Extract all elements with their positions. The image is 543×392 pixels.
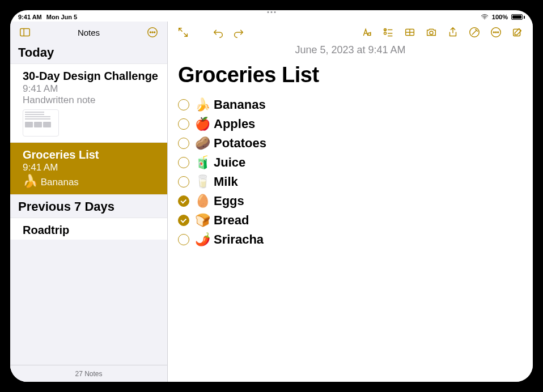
note-date: June 5, 2023 at 9:41 AM: [168, 43, 533, 59]
item-label: Milk: [214, 174, 238, 189]
sidebar-footer: 27 Notes: [10, 365, 167, 382]
note-item-roadtrip[interactable]: Roadtrip: [10, 218, 167, 240]
svg-point-9: [384, 32, 386, 35]
text-format-button[interactable]: [357, 24, 376, 41]
sidebar-toggle-button[interactable]: [17, 24, 33, 40]
item-emoji: 🧃: [195, 155, 210, 170]
markup-button[interactable]: [465, 24, 484, 41]
redo-button[interactable]: [229, 24, 248, 41]
item-emoji: 🍌: [195, 97, 210, 112]
item-label: Juice: [214, 155, 245, 170]
checklist-item[interactable]: 🥚Eggs: [178, 194, 523, 208]
svg-point-4: [150, 32, 151, 33]
camera-button[interactable]: [422, 24, 441, 41]
notes-app: Notes Today 30-Day Design Challenge 9:41…: [10, 22, 533, 382]
section-header-prev7: Previous 7 Days: [10, 194, 167, 218]
more-circle-icon: [490, 26, 502, 39]
checklist-item[interactable]: 🥔Potatoes: [178, 136, 523, 151]
note-editor: June 5, 2023 at 9:41 AM Groceries List 🍌…: [168, 22, 533, 382]
compose-button[interactable]: [508, 24, 527, 41]
section-header-today: Today: [10, 43, 167, 63]
checklist-button[interactable]: [379, 24, 398, 41]
check-circle[interactable]: [178, 99, 189, 110]
svg-point-18: [493, 32, 494, 33]
item-label: Sriracha: [214, 232, 264, 247]
editor-toolbar: [168, 22, 533, 43]
sidebar-toolbar: Notes: [10, 22, 167, 43]
checklist-item[interactable]: 🌶️Sriracha: [178, 232, 523, 247]
text-format-icon: [360, 26, 373, 39]
svg-point-5: [152, 32, 153, 33]
battery-icon: [511, 14, 525, 20]
share-icon: [447, 26, 459, 39]
expand-icon: [177, 26, 189, 39]
item-label: Bread: [214, 213, 249, 228]
screen: 9:41 AM Mon Jun 5 100% Notes: [10, 10, 533, 382]
svg-point-15: [430, 31, 433, 35]
editor-more-button[interactable]: [486, 24, 506, 41]
note-item-title: 30-Day Design Challenge: [23, 70, 159, 82]
ipad-device-frame: 9:41 AM Mon Jun 5 100% Notes: [0, 0, 543, 392]
item-emoji: 🌶️: [195, 232, 210, 247]
camera-icon: [425, 26, 438, 39]
table-button[interactable]: [400, 24, 419, 41]
checklist-item[interactable]: 🧃Juice: [178, 155, 523, 170]
item-label: Bananas: [214, 97, 266, 112]
multitasking-dots[interactable]: [268, 11, 276, 13]
checklist-item[interactable]: 🍎Apples: [178, 117, 523, 131]
expand-button[interactable]: [173, 24, 193, 41]
svg-point-19: [495, 32, 497, 33]
check-circle[interactable]: [178, 195, 189, 207]
checklist-icon: [382, 26, 394, 39]
check-circle[interactable]: [178, 157, 189, 168]
check-circle[interactable]: [178, 118, 189, 130]
item-label: Apples: [214, 117, 255, 131]
svg-rect-1: [20, 29, 30, 36]
note-title[interactable]: Groceries List: [168, 59, 533, 97]
check-circle[interactable]: [178, 176, 189, 188]
checklist-item[interactable]: 🥛Milk: [178, 174, 523, 189]
check-circle[interactable]: [178, 234, 189, 245]
note-item-title: Groceries List: [23, 148, 159, 161]
item-label: Potatoes: [214, 136, 266, 151]
note-item-title: Roadtrip: [23, 224, 159, 236]
undo-button[interactable]: [209, 24, 228, 41]
markup-icon: [468, 26, 481, 39]
note-item-design-challenge[interactable]: 30-Day Design Challenge 9:41 AM Handwrit…: [10, 63, 167, 142]
notes-sidebar: Notes Today 30-Day Design Challenge 9:41…: [10, 22, 168, 382]
undo-icon: [212, 26, 224, 39]
note-item-time: 9:41 AM: [23, 162, 159, 173]
note-item-snippet: 🍌 Bananas: [23, 174, 159, 189]
battery-percent: 100%: [492, 14, 508, 20]
redo-icon: [232, 26, 245, 39]
note-item-snippet: Handwritten note: [23, 95, 159, 106]
check-circle[interactable]: [178, 215, 189, 226]
item-emoji: 🥔: [195, 136, 210, 151]
share-button[interactable]: [443, 24, 463, 41]
item-emoji: 🍎: [195, 117, 210, 131]
note-item-groceries[interactable]: Groceries List 9:41 AM 🍌 Bananas: [10, 142, 167, 194]
note-item-time: 9:41 AM: [23, 83, 159, 95]
table-icon: [404, 26, 416, 39]
more-circle-icon: [146, 26, 159, 39]
item-emoji: 🍞: [195, 213, 210, 228]
status-bar: 9:41 AM Mon Jun 5 100%: [10, 10, 533, 22]
item-label: Eggs: [214, 194, 244, 208]
item-emoji: 🥚: [195, 194, 210, 208]
checklist-item[interactable]: 🍌Bananas: [178, 97, 523, 112]
sidebar-toggle-icon: [19, 26, 31, 39]
sidebar-more-button[interactable]: [145, 24, 160, 40]
checklist[interactable]: 🍌Bananas 🍎Apples 🥔Potatoes 🧃Juice: [168, 97, 533, 247]
sidebar-title: Notes: [78, 28, 100, 37]
compose-icon: [511, 26, 524, 39]
svg-point-6: [154, 32, 155, 33]
wifi-icon: [481, 14, 489, 20]
svg-point-0: [484, 18, 485, 19]
checklist-item[interactable]: 🍞Bread: [178, 213, 523, 228]
check-circle[interactable]: [178, 138, 189, 149]
status-time: 9:41 AM: [18, 14, 42, 20]
note-thumbnail: [23, 109, 59, 137]
status-date: Mon Jun 5: [46, 14, 77, 20]
svg-point-20: [498, 32, 499, 33]
notes-list[interactable]: Today 30-Day Design Challenge 9:41 AM Ha…: [10, 43, 167, 365]
